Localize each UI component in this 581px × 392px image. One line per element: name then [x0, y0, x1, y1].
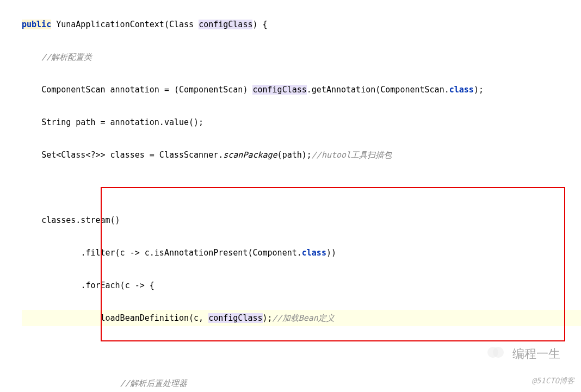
code-line: classes.stream() — [22, 212, 581, 228]
code-line: .forEach(c -> { — [22, 277, 581, 294]
code-line: //解析配置类 — [22, 49, 581, 65]
code-line: //解析后置处理器 — [22, 375, 581, 391]
code-line — [22, 343, 581, 359]
code-line — [22, 179, 581, 196]
code-editor[interactable]: public YunaApplicationContext(Class conf… — [0, 0, 581, 392]
code-line: public YunaApplicationContext(Class conf… — [22, 16, 581, 33]
code-line: Set<Class<?>> classes = ClassScanner.sca… — [22, 147, 581, 163]
code-line: .filter(c -> c.isAnnotationPresent(Compo… — [22, 245, 581, 261]
code-line: ComponentScan annotation = (ComponentSca… — [22, 82, 581, 98]
code-line-highlighted: loadBeanDefinition(c, configClass);//加载B… — [22, 310, 581, 326]
code-line: String path = annotation.value(); — [22, 114, 581, 130]
